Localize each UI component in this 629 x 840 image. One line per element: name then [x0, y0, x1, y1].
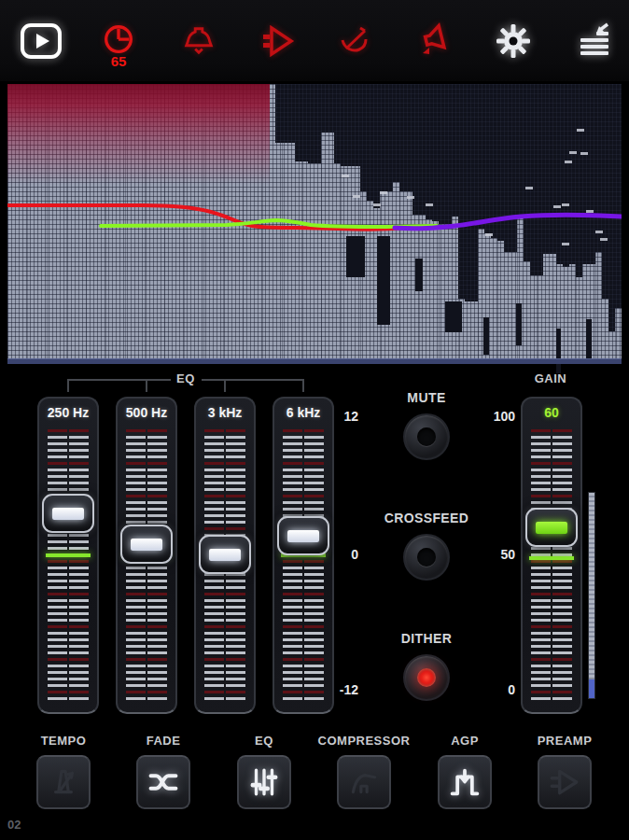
eq-bracket-drop: [224, 379, 226, 392]
spectrum-analyzer[interactable]: [7, 84, 622, 364]
eq-bracket-drop: [67, 379, 69, 392]
mute-speaker-button[interactable]: [407, 0, 463, 81]
slider-handle[interactable]: [525, 508, 578, 547]
spectrum-curves: [7, 84, 622, 364]
dsp-effects-button[interactable]: [250, 0, 306, 81]
sleep-timer-button[interactable]: 65: [91, 0, 147, 81]
slider-zero-line: [529, 556, 574, 560]
tempo-label: TEMPO: [12, 734, 115, 748]
slider-handle-pill: [131, 539, 162, 551]
page-indicator: 02: [7, 818, 21, 832]
slider-frequency-label: 3 kHz: [196, 405, 254, 420]
slider-tick-track: [283, 429, 302, 704]
compressor-label: COMPRESSOR: [313, 734, 415, 748]
eq-slider-500-hz[interactable]: 500 Hz: [116, 397, 177, 714]
eq-slider-3-khz[interactable]: 3 kHz: [194, 397, 256, 714]
slider-tick-track: [552, 429, 572, 704]
slider-tick-track: [69, 429, 89, 704]
bell-icon: [181, 23, 217, 59]
gate-pulse-icon: [447, 764, 482, 800]
slider-tick-track: [48, 429, 67, 704]
crossfeed-label: CROSSFEED: [370, 511, 482, 525]
dither-knob-led: [417, 668, 436, 687]
amplifier-icon: [259, 24, 297, 58]
eq-bracket-drop: [146, 379, 147, 392]
crossfade-icon: [146, 764, 181, 800]
sleep-timer-badge: 65: [91, 53, 147, 69]
eq-bracket-line: [202, 379, 304, 381]
slider-handle-pill: [287, 530, 319, 542]
slider-handle-pill: [52, 508, 84, 520]
slider-handle[interactable]: [277, 516, 329, 555]
gear-icon: [494, 21, 533, 61]
dither-knob[interactable]: [403, 654, 450, 701]
eq-button[interactable]: [237, 755, 291, 809]
slider-handle-pill: [536, 522, 567, 534]
agp-button[interactable]: [438, 755, 492, 809]
compressor-button[interactable]: [337, 755, 391, 809]
brush-bowl-icon: [338, 22, 375, 60]
agp-label: AGP: [413, 734, 516, 748]
slider-handle[interactable]: [42, 494, 94, 533]
slider-tick-track: [147, 429, 167, 704]
gain-scale-mid: 50: [483, 547, 515, 562]
eq-sliders-icon: [247, 765, 281, 799]
compressor-knee-icon: [347, 765, 381, 799]
slider-zero-line: [46, 553, 91, 557]
fade-label: FADE: [112, 734, 215, 748]
eq-bracket-line: [68, 379, 171, 381]
gain-slider[interactable]: 60: [521, 397, 582, 714]
dither-control: DITHER: [370, 631, 482, 701]
preamp-button[interactable]: [538, 755, 592, 809]
crossfeed-knob-led: [417, 548, 436, 567]
eq-bracket-drop: [302, 379, 304, 392]
eq-label: EQ: [213, 734, 315, 748]
play-source-button[interactable]: [13, 0, 69, 81]
speaker-icon: [415, 21, 454, 61]
playlist-import-icon: [575, 21, 614, 61]
balance-purple: [395, 215, 622, 228]
slider-handle[interactable]: [120, 525, 173, 564]
preamp-opamp-icon: [548, 765, 581, 799]
mute-control: MUTE: [370, 390, 482, 460]
mute-knob-led: [417, 427, 436, 446]
slider-frequency-label: 500 Hz: [118, 405, 175, 420]
spectrum-baseline: [7, 358, 622, 364]
tempo-control: TEMPO: [12, 734, 115, 809]
eq-slider-6-khz[interactable]: 6 kHz: [273, 397, 334, 714]
slider-frequency-label: 250 Hz: [39, 405, 97, 420]
dither-label: DITHER: [370, 631, 482, 646]
agp-control: AGP: [413, 734, 516, 809]
fade-control: FADE: [112, 734, 215, 809]
slider-tick-track: [531, 429, 551, 704]
compressor-control: COMPRESSOR: [313, 734, 415, 809]
preamp-label: PREAMP: [513, 734, 616, 748]
slider-tick-track: [126, 429, 146, 704]
audio-tweaks-button[interactable]: [328, 0, 384, 81]
slider-handle-pill: [209, 549, 241, 561]
gain-scale-min: 0: [483, 682, 515, 697]
gain-value: 60: [523, 405, 580, 420]
gain-level-meter-fill: [589, 679, 594, 698]
slider-frequency-label: 6 kHz: [274, 405, 332, 420]
slider-handle[interactable]: [199, 535, 251, 574]
tempo-button[interactable]: [36, 755, 91, 809]
playlist-queue-button[interactable]: [566, 0, 622, 81]
gain-level-meter: [588, 492, 595, 699]
gain-scale-max: 100: [483, 409, 515, 424]
eq-slider-250-hz[interactable]: 250 Hz: [37, 397, 99, 714]
mute-label: MUTE: [370, 390, 482, 405]
neutron-player-dsp-screen: 65: [0, 0, 629, 840]
slider-tick-track: [304, 429, 324, 704]
eq-control: EQ: [213, 734, 315, 809]
fade-button[interactable]: [136, 755, 190, 809]
toolbar: 65: [0, 0, 629, 81]
mute-knob[interactable]: [403, 413, 450, 460]
gain-group-label: GAIN: [504, 371, 597, 385]
metronome-icon: [47, 765, 80, 799]
crossfeed-control: CROSSFEED: [370, 511, 482, 581]
settings-button[interactable]: [485, 0, 541, 81]
crossfeed-knob[interactable]: [403, 534, 450, 581]
alarm-button[interactable]: [171, 0, 227, 81]
play-icon: [20, 22, 63, 60]
